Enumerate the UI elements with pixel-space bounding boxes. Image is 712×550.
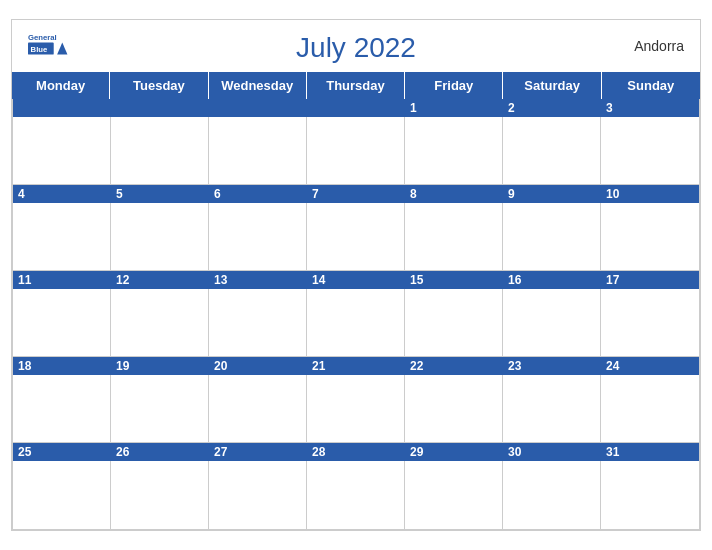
week-4-cell-5 (405, 375, 503, 443)
week-5-cell-6 (503, 461, 601, 529)
country-label: Andorra (634, 38, 684, 54)
week-5-cell-2 (111, 461, 209, 529)
week-1-cell-4 (307, 117, 405, 185)
week-1-cell-1 (13, 117, 111, 185)
week-2-cell-3 (209, 203, 307, 271)
week-2-cell-7 (601, 203, 699, 271)
week-1-day-7-number: 3 (601, 99, 699, 117)
week-3-day-6-number: 16 (503, 271, 601, 289)
week-5-cell-1 (13, 461, 111, 529)
day-sunday: Sunday (602, 72, 700, 99)
week-5-cell-4 (307, 461, 405, 529)
week-3-cell-3 (209, 289, 307, 357)
week-3-cell-1 (13, 289, 111, 357)
week-5-cell-5 (405, 461, 503, 529)
week-5-day-4-number: 28 (307, 443, 405, 461)
week-3-cell-6 (503, 289, 601, 357)
week-5-header: 25262728293031 (13, 443, 699, 461)
week-5-day-3-number: 27 (209, 443, 307, 461)
week-4-cell-6 (503, 375, 601, 443)
week-1-cell-7 (601, 117, 699, 185)
svg-text:General: General (28, 33, 57, 42)
day-thursday: Thursday (307, 72, 405, 99)
week-2-day-7-number: 10 (601, 185, 699, 203)
week-2-day-3-number: 6 (209, 185, 307, 203)
week-3-day-3-number: 13 (209, 271, 307, 289)
day-saturday: Saturday (503, 72, 601, 99)
week-2-cell-4 (307, 203, 405, 271)
week-1-day-5-number: 1 (405, 99, 503, 117)
week-1-cell-5 (405, 117, 503, 185)
week-5-cells (13, 461, 699, 529)
week-2-cell-6 (503, 203, 601, 271)
calendar-header: General Blue July 2022 Andorra (12, 20, 700, 72)
week-1-day-6-number: 2 (503, 99, 601, 117)
week-2-cell-5 (405, 203, 503, 271)
week-2-day-5-number: 8 (405, 185, 503, 203)
week-2-day-4-number: 7 (307, 185, 405, 203)
day-headers: Monday Tuesday Wednesday Thursday Friday… (12, 72, 700, 99)
week-5-cell-7 (601, 461, 699, 529)
week-3-day-7-number: 17 (601, 271, 699, 289)
week-4-day-5-number: 22 (405, 357, 503, 375)
week-1-cells (13, 117, 699, 185)
week-2-cell-1 (13, 203, 111, 271)
week-3-cells (13, 289, 699, 357)
week-3-cell-4 (307, 289, 405, 357)
week-2-day-2-number: 5 (111, 185, 209, 203)
week-1-cell-3 (209, 117, 307, 185)
logo: General Blue (28, 28, 76, 64)
week-2-cell-2 (111, 203, 209, 271)
week-2-day-1-number: 4 (13, 185, 111, 203)
calendar-container: General Blue July 2022 Andorra Monday Tu… (11, 19, 701, 531)
svg-text:Blue: Blue (31, 45, 48, 54)
day-tuesday: Tuesday (110, 72, 208, 99)
week-4-day-4-number: 21 (307, 357, 405, 375)
day-wednesday: Wednesday (209, 72, 307, 99)
week-4-day-7-number: 24 (601, 357, 699, 375)
day-monday: Monday (12, 72, 110, 99)
week-5-cell-3 (209, 461, 307, 529)
week-4-day-1-number: 18 (13, 357, 111, 375)
week-4-day-3-number: 20 (209, 357, 307, 375)
week-3-day-4-number: 14 (307, 271, 405, 289)
week-3-cell-2 (111, 289, 209, 357)
week-5-day-5-number: 29 (405, 443, 503, 461)
week-5-day-1-number: 25 (13, 443, 111, 461)
week-4-cell-2 (111, 375, 209, 443)
week-4-cell-1 (13, 375, 111, 443)
calendar-body: 0000123456789101112131415161718192021222… (12, 99, 700, 530)
week-2-cells (13, 203, 699, 271)
day-friday: Friday (405, 72, 503, 99)
week-2-day-6-number: 9 (503, 185, 601, 203)
week-3-day-2-number: 12 (111, 271, 209, 289)
week-3-day-5-number: 15 (405, 271, 503, 289)
week-2-header: 45678910 (13, 185, 699, 203)
week-5-day-6-number: 30 (503, 443, 601, 461)
week-3-cell-5 (405, 289, 503, 357)
week-5-day-2-number: 26 (111, 443, 209, 461)
calendar-title: July 2022 (296, 32, 416, 64)
week-3-day-1-number: 11 (13, 271, 111, 289)
week-1-cell-6 (503, 117, 601, 185)
svg-marker-3 (57, 43, 67, 55)
week-4-cell-3 (209, 375, 307, 443)
week-4-header: 18192021222324 (13, 357, 699, 375)
week-3-cell-7 (601, 289, 699, 357)
week-1-cell-2 (111, 117, 209, 185)
week-4-cell-4 (307, 375, 405, 443)
logo-svg: General Blue (28, 28, 76, 64)
week-1-header: 0000123 (13, 99, 699, 117)
week-4-day-2-number: 19 (111, 357, 209, 375)
week-4-cells (13, 375, 699, 443)
week-4-day-6-number: 23 (503, 357, 601, 375)
week-5-day-7-number: 31 (601, 443, 699, 461)
week-3-header: 11121314151617 (13, 271, 699, 289)
week-4-cell-7 (601, 375, 699, 443)
